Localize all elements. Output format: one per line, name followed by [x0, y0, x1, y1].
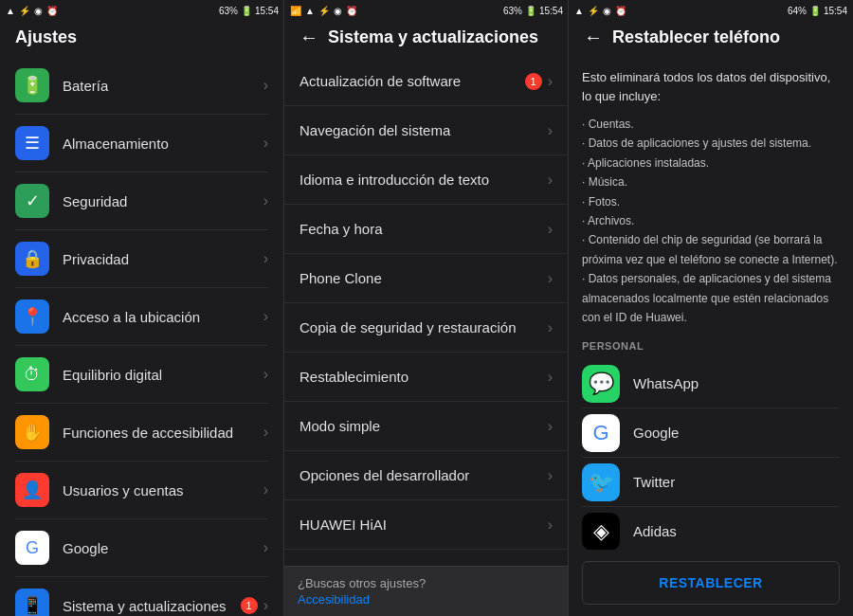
time-1: 15:54 — [255, 6, 279, 16]
menu-label-restablecimiento: Restablecimiento — [299, 369, 548, 385]
menu-right-fecha: › — [548, 221, 553, 238]
settings-item-google[interactable]: G Google › — [0, 519, 283, 576]
panel-restablecer: ← Restablecer teléfono Esto eliminará to… — [569, 0, 853, 616]
chevron-seguridad: › — [263, 192, 268, 209]
menu-label-copia: Copia de seguridad y restauración — [299, 319, 548, 335]
menu-item-fecha[interactable]: Fecha y hora › — [284, 205, 568, 254]
search-link[interactable]: Accesibilidad — [298, 592, 554, 607]
app-item-whatsapp: 💬 WhatsApp — [582, 359, 840, 408]
signal-icon-2: 📶 — [290, 6, 301, 16]
panel3-title: Restablecer teléfono — [612, 27, 780, 47]
menu-right-actualizacion: 1 › — [525, 73, 553, 90]
app-item-twitter: 🐦 Twitter — [582, 458, 840, 507]
bullet-0: · Cuentas. — [582, 115, 840, 134]
search-bottom: ¿Buscas otros ajustes? Accesibilidad — [284, 566, 568, 616]
menu-item-mejora[interactable]: Mejora de experiencia de usuario › — [284, 550, 568, 566]
settings-item-usuarios[interactable]: 👤 Usuarios y cuentas › — [0, 462, 283, 518]
app-icon-google: G — [582, 414, 620, 452]
settings-item-equilibrio[interactable]: ⏱ Equilibrio digital › — [0, 346, 283, 403]
app-name-twitter: Twitter — [633, 474, 675, 490]
chevron-google: › — [263, 539, 268, 556]
bt-icon-1: ⚡ — [19, 6, 30, 16]
menu-item-actualizacion[interactable]: Actualización de software 1 › — [284, 57, 568, 106]
chevron-almacenamiento: › — [263, 135, 268, 152]
menu-item-copia[interactable]: Copia de seguridad y restauración › — [284, 303, 568, 353]
chevron-usuarios: › — [263, 481, 268, 498]
alarm-icon-3: ⏰ — [615, 6, 626, 16]
back-button-2[interactable]: ← — [299, 27, 318, 48]
icon-almacenamiento: ☰ — [15, 126, 49, 160]
nfc-icon-2: ◉ — [334, 6, 342, 16]
alarm-icon-1: ⏰ — [46, 6, 58, 16]
app-icon-twitter: 🐦 — [582, 463, 620, 501]
menu-item-restablecimiento[interactable]: Restablecimiento › — [284, 353, 568, 402]
menu-item-idioma[interactable]: Idioma e introducción de texto › — [284, 155, 568, 205]
settings-item-accesibilidad[interactable]: ✋ Funciones de accesibilidad › — [0, 404, 283, 461]
item-right-usuarios: › — [263, 481, 268, 498]
settings-item-bateria[interactable]: 🔋 Batería › — [0, 57, 283, 114]
menu-right-copia: › — [548, 319, 553, 336]
menu-right-idioma: › — [548, 172, 553, 189]
settings-item-sistema[interactable]: 📱 Sistema y actualizaciones 1 › — [0, 577, 283, 616]
settings-item-seguridad[interactable]: ✓ Seguridad › — [0, 172, 283, 229]
icon-sistema: 📱 — [15, 589, 49, 616]
menu-item-huawei[interactable]: HUAWEI HiAI › — [284, 500, 568, 550]
label-ubicacion: Acceso a la ubicación — [63, 309, 263, 325]
battery-level-3: 64% — [788, 6, 807, 16]
wifi-icon-3: ▲ — [574, 6, 584, 16]
bullet-list: · Cuentas.· Datos de aplicaciones y ajus… — [582, 115, 840, 327]
item-right-sistema: 1 › — [241, 597, 268, 614]
battery-icon-2: 🔋 — [525, 6, 536, 16]
wifi-icon-2: ▲ — [305, 6, 315, 16]
bullet-4: · Fotos. — [582, 192, 840, 211]
menu-item-opciones[interactable]: Opciones del desarrollador › — [284, 451, 568, 500]
reset-button[interactable]: RESTABLECER — [582, 561, 840, 605]
menu-right-restablecimiento: › — [548, 369, 553, 386]
chevron-sistema: › — [263, 597, 268, 614]
back-button-3[interactable]: ← — [584, 27, 603, 48]
panel3-body: Esto eliminará todos los datos del dispo… — [569, 53, 853, 550]
label-google: Google — [63, 540, 263, 556]
settings-item-privacidad[interactable]: 🔒 Privacidad › — [0, 230, 283, 287]
chevron-opciones: › — [548, 467, 553, 484]
battery-icon-3: 🔋 — [809, 6, 821, 16]
icon-equilibrio: ⏱ — [15, 357, 49, 391]
menu-item-navegacion[interactable]: Navegación del sistema › — [284, 106, 568, 155]
app-icon-adidas: ◈ — [582, 513, 620, 550]
icon-usuarios: 👤 — [15, 473, 49, 507]
search-question: ¿Buscas otros ajustes? — [298, 576, 554, 590]
label-bateria: Batería — [63, 78, 263, 94]
chevron-bateria: › — [263, 77, 268, 94]
label-seguridad: Seguridad — [63, 193, 263, 209]
icon-bateria: 🔋 — [15, 68, 49, 102]
chevron-restablecimiento: › — [548, 369, 553, 386]
chevron-modo: › — [548, 418, 553, 435]
settings-list: 🔋 Batería › ☰ Almacenamiento › ✓ Segurid… — [0, 53, 283, 616]
menu-item-phoneclone[interactable]: Phone Clone › — [284, 254, 568, 303]
menu-right-phoneclone: › — [548, 270, 553, 287]
label-sistema: Sistema y actualizaciones — [63, 598, 241, 614]
chevron-actualizacion: › — [548, 73, 553, 90]
section-label-personal: PERSONAL — [582, 340, 840, 352]
settings-item-ubicacion[interactable]: 📍 Acceso a la ubicación › — [0, 288, 283, 345]
chevron-mejora: › — [548, 566, 553, 567]
menu-label-huawei: HUAWEI HiAI — [299, 516, 548, 533]
app-name-whatsapp: WhatsApp — [633, 375, 699, 391]
app-item-adidas: ◈ Adidas — [582, 507, 840, 550]
settings-item-almacenamiento[interactable]: ☰ Almacenamiento › — [0, 115, 283, 172]
item-right-seguridad: › — [263, 192, 268, 209]
bullet-3: · Música. — [582, 172, 840, 191]
menu-item-modo[interactable]: Modo simple › — [284, 402, 568, 451]
chevron-huawei: › — [548, 516, 553, 534]
reset-btn-container: RESTABLECER — [569, 550, 853, 616]
alarm-icon-2: ⏰ — [346, 6, 357, 16]
status-bar-2: 📶 ▲ ⚡ ◉ ⏰ 63% 🔋 15:54 — [284, 0, 569, 21]
chevron-equilibrio: › — [263, 366, 268, 383]
menu-right-modo: › — [548, 418, 553, 435]
battery-icon-1: 🔋 — [241, 6, 252, 16]
chevron-accesibilidad: › — [263, 424, 268, 441]
menu-right-mejora: › — [548, 566, 553, 567]
label-equilibrio: Equilibrio digital — [63, 367, 263, 383]
icon-google: G — [15, 531, 49, 565]
menu-label-fecha: Fecha y hora — [299, 221, 548, 237]
